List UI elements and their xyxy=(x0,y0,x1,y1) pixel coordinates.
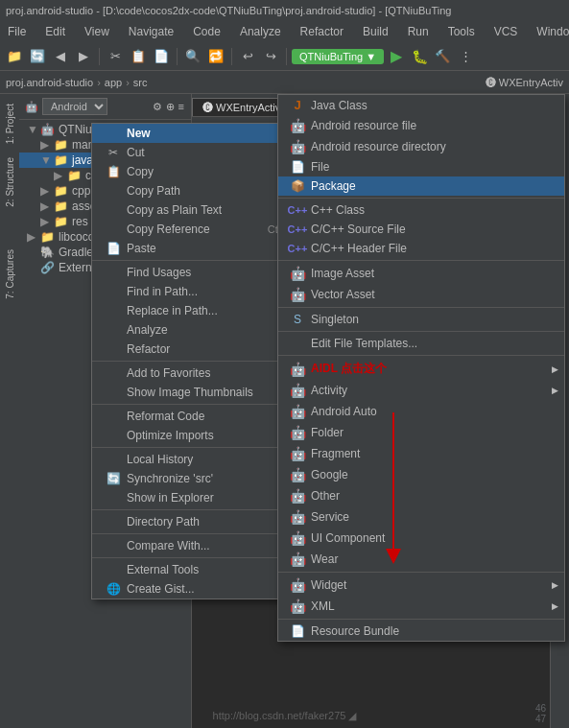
menu-edit[interactable]: Edit xyxy=(41,24,69,39)
ctx-cut-label: Cut xyxy=(127,146,145,159)
sub-item-wear[interactable]: 🤖 Wear xyxy=(278,549,564,570)
sub-item-cpp-source[interactable]: C++ C/C++ Source File xyxy=(278,220,564,239)
sub-item-cpp-class[interactable]: C++ C++ Class xyxy=(278,200,564,220)
toolbar-paste[interactable]: 📄 xyxy=(151,46,172,67)
main-area: 1: Project 2: Structure 7: Captures 🤖 An… xyxy=(0,94,569,728)
panel-icon-settings[interactable]: ⚙ xyxy=(152,100,163,114)
menu-vcs[interactable]: VCS xyxy=(490,24,522,39)
breadcrumb-proj[interactable]: proj.android-studio xyxy=(6,77,93,88)
panel-icons: ⚙ ⊕ ≡ xyxy=(152,100,185,114)
more-button[interactable]: ⋮ xyxy=(455,46,476,67)
panel-icon-collapse[interactable]: ≡ xyxy=(178,100,185,114)
menu-build[interactable]: Build xyxy=(359,24,392,39)
sub-item-cpp-header[interactable]: C++ C/C++ Header File xyxy=(278,239,564,258)
toolbar-replace[interactable]: 🔁 xyxy=(205,46,226,67)
sub-item-other[interactable]: 🤖 Other xyxy=(278,485,564,506)
toolbar-copy[interactable]: 📋 xyxy=(128,46,149,67)
toolbar-sync[interactable]: 🔄 xyxy=(27,46,48,67)
sub-item-image-asset[interactable]: 🤖 Image Asset xyxy=(278,263,564,284)
view-selector[interactable]: Android Project xyxy=(42,98,107,115)
sub-item-google[interactable]: 🤖 Google xyxy=(278,464,564,485)
tree-arrow-libcoco: ▶ xyxy=(27,230,40,244)
sub-item-activity[interactable]: 🤖 Activity xyxy=(278,380,564,401)
sub-item-folder[interactable]: 🤖 Folder xyxy=(278,422,564,443)
sub-cpp-source-label: C/C++ Source File xyxy=(311,223,406,236)
new-submenu: J Java Class 🤖 Android resource file 🤖 A… xyxy=(277,94,565,642)
sub-item-android-resource[interactable]: 🤖 Android resource file xyxy=(278,115,564,136)
package-icon: 📦 xyxy=(288,179,307,193)
run-config-button[interactable]: QTNiuBuTing ▼ xyxy=(292,49,384,64)
widget-icon: 🤖 xyxy=(288,577,307,593)
build-button[interactable]: 🔨 xyxy=(432,46,453,67)
menu-window[interactable]: Window xyxy=(533,24,569,39)
menu-tools[interactable]: Tools xyxy=(444,24,479,39)
toolbar-redo[interactable]: ↪ xyxy=(260,46,281,67)
toolbar-forward[interactable]: ▶ xyxy=(73,46,94,67)
wear-icon: 🤖 xyxy=(288,552,307,567)
sub-item-fragment[interactable]: 🤖 Fragment xyxy=(278,443,564,464)
sub-cpp-class-label: C++ Class xyxy=(311,203,365,217)
toolbar-cut[interactable]: ✂ xyxy=(105,46,126,67)
ctx-favorites-label: Add to Favorites xyxy=(127,366,210,380)
sub-item-package[interactable]: 📦 Package xyxy=(278,176,564,196)
toolbar-open[interactable]: 📁 xyxy=(4,46,25,67)
sub-item-widget[interactable]: 🤖 Widget xyxy=(278,575,564,596)
toolbar-sep2 xyxy=(177,48,178,65)
sub-item-service[interactable]: 🤖 Service xyxy=(278,506,564,528)
folder-java-icon: 📁 xyxy=(54,153,69,167)
sub-item-ui-component[interactable]: 🤖 UI Component xyxy=(278,528,564,549)
sub-item-aidl[interactable]: 🤖 AIDL 点击这个 xyxy=(278,358,564,380)
sub-item-android-auto[interactable]: 🤖 Android Auto xyxy=(278,401,564,422)
run-config-label: QTNiuBuTing xyxy=(299,51,363,62)
toolbar: 📁 🔄 ◀ ▶ ✂ 📋 📄 🔍 🔁 ↩ ↪ QTNiuBuTing ▼ ▶ 🐛 … xyxy=(0,42,569,71)
ctx-copy-plain-label: Copy as Plain Text xyxy=(127,203,222,217)
sidebar-tab-captures[interactable]: 7: Captures xyxy=(3,244,17,305)
paste-icon: 📄 xyxy=(104,242,123,255)
sidebar-tab-structure[interactable]: 2: Structure xyxy=(3,152,17,213)
panel-title: 🤖 Android Project xyxy=(25,98,107,115)
editor-tab-label: 🅒 WXEntryActiv xyxy=(202,102,280,113)
sub-google-label: Google xyxy=(311,468,348,481)
menu-analyze[interactable]: Analyze xyxy=(236,24,285,39)
resource-bundle-icon: 📄 xyxy=(288,624,307,638)
copy-icon: 📋 xyxy=(104,165,123,178)
toolbar-search[interactable]: 🔍 xyxy=(182,46,203,67)
toolbar-sep3 xyxy=(231,48,232,65)
sub-item-file[interactable]: 📄 File xyxy=(278,157,564,176)
editor-tab-wxentry[interactable]: 🅒 WXEntryActiv xyxy=(192,98,291,116)
toolbar-back[interactable]: ◀ xyxy=(50,46,71,67)
menu-view[interactable]: View xyxy=(81,24,113,39)
run-button[interactable]: ▶ xyxy=(386,46,407,67)
panel-icon-gear[interactable]: ⊕ xyxy=(165,100,176,114)
menu-run[interactable]: Run xyxy=(404,24,433,39)
menu-navigate[interactable]: Navigate xyxy=(125,24,178,39)
sub-item-java-class[interactable]: J Java Class xyxy=(278,95,564,115)
ctx-thumbnails-label: Show Image Thumbnails xyxy=(127,386,253,399)
sub-item-xml[interactable]: 🤖 XML xyxy=(278,596,564,617)
sub-sep7 xyxy=(278,619,564,620)
menu-file[interactable]: File xyxy=(4,24,30,39)
menu-refactor[interactable]: Refactor xyxy=(296,24,347,39)
ctx-analyze-label: Analyze xyxy=(127,323,168,337)
breadcrumb-src[interactable]: src xyxy=(133,77,148,88)
sub-item-edit-templates[interactable]: Edit File Templates... xyxy=(278,334,564,353)
ctx-new-label: New xyxy=(127,127,151,140)
tree-arrow-cpp: ▶ xyxy=(40,184,54,198)
sidebar-tab-project[interactable]: 1: Project xyxy=(3,98,17,150)
breadcrumb-app[interactable]: app xyxy=(105,77,122,88)
menu-code[interactable]: Code xyxy=(189,24,225,39)
ctx-reformat-label: Reformat Code xyxy=(127,410,204,423)
tree-arrow-java: ▼ xyxy=(40,153,54,167)
editor-tab-icon[interactable]: 🅒 WXEntryActiv xyxy=(486,77,563,88)
sub-resource-bundle-label: Resource Bundle xyxy=(311,624,399,638)
debug-button[interactable]: 🐛 xyxy=(409,46,430,67)
folder-c-icon: 📁 xyxy=(67,169,83,182)
sub-item-android-resource-dir[interactable]: 🤖 Android resource directory xyxy=(278,136,564,157)
sub-item-resource-bundle[interactable]: 📄 Resource Bundle xyxy=(278,622,564,641)
fragment-icon: 🤖 xyxy=(288,446,307,461)
sub-item-singleton[interactable]: S Singleton xyxy=(278,310,564,329)
toolbar-undo[interactable]: ↩ xyxy=(237,46,258,67)
sub-item-vector-asset[interactable]: 🤖 Vector Asset xyxy=(278,284,564,305)
folder-cpp-icon: 📁 xyxy=(54,184,69,198)
sub-activity-label: Activity xyxy=(311,384,347,397)
